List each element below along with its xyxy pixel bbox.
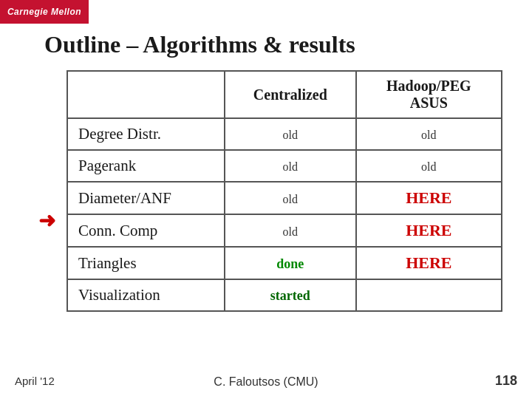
col-header-hadoop: Hadoop/PEGASUS: [356, 71, 502, 118]
cell-degree-centralized: old: [225, 118, 356, 150]
table-row: Pagerank old old: [67, 150, 502, 182]
main-table-container: Centralized Hadoop/PEGASUS Degree Distr.…: [66, 70, 502, 312]
row-label-degree: Degree Distr.: [67, 118, 225, 150]
cell-pagerank-hadoop: old: [356, 150, 502, 182]
cell-diameter-hadoop: HERE: [356, 182, 502, 214]
cell-degree-hadoop: old: [356, 118, 502, 150]
arrow-indicator: ➜: [38, 208, 55, 233]
cell-visualization-centralized: started: [225, 279, 356, 311]
row-label-pagerank: Pagerank: [67, 150, 225, 182]
cell-conn-centralized: old: [225, 214, 356, 247]
footer-author: C. Faloutsos (CMU): [214, 375, 318, 389]
table-row: Triangles done HERE: [67, 247, 502, 279]
footer-date: April '12: [15, 375, 55, 387]
cmu-logo-text: Carnegie Mellon: [7, 7, 81, 17]
col-header-empty: [67, 71, 225, 118]
page-title: Outline – Algorithms & results: [44, 31, 355, 58]
col-header-centralized: Centralized: [225, 71, 356, 118]
table-row: Degree Distr. old old: [67, 118, 502, 150]
cell-diameter-centralized: old: [225, 182, 356, 214]
results-table: Centralized Hadoop/PEGASUS Degree Distr.…: [66, 70, 502, 312]
table-row: Diameter/ANF old HERE: [67, 182, 502, 214]
row-label-visualization: Visualization: [67, 279, 225, 311]
cmu-logo-bar: Carnegie Mellon: [0, 0, 89, 24]
cell-visualization-hadoop: [356, 279, 502, 311]
cell-pagerank-centralized: old: [225, 150, 356, 182]
row-label-triangles: Triangles: [67, 247, 225, 279]
row-label-diameter: Diameter/ANF: [67, 182, 225, 214]
footer-page-number: 118: [495, 373, 517, 389]
table-row: Visualization started: [67, 279, 502, 311]
cell-triangles-centralized: done: [225, 247, 356, 279]
cell-triangles-hadoop: HERE: [356, 247, 502, 279]
row-label-conn: Conn. Comp: [67, 214, 225, 247]
table-row: Conn. Comp old HERE: [67, 214, 502, 247]
cell-conn-hadoop: HERE: [356, 214, 502, 247]
